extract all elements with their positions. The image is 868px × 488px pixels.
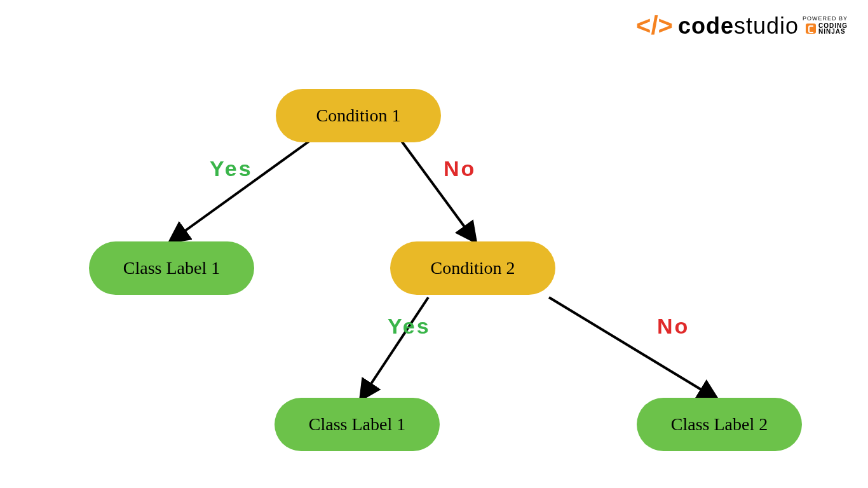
condition-1-node: Condition 1 xyxy=(276,89,441,142)
svg-line-2 xyxy=(361,297,428,399)
edge-label-yes-1: Yes xyxy=(210,156,253,181)
class-label-1-node-left: Class Label 1 xyxy=(89,241,254,295)
svg-line-3 xyxy=(549,297,717,399)
svg-line-0 xyxy=(170,136,316,241)
brand-name: codestudio xyxy=(678,13,799,39)
edge-label-yes-2: Yes xyxy=(388,314,431,339)
class-label-1-node-mid: Class Label 1 xyxy=(275,398,440,451)
class-label-2-node: Class Label 2 xyxy=(637,398,802,451)
powered-by: POWERED BY xyxy=(803,15,848,22)
edge-label-no-2: No xyxy=(657,314,689,339)
condition-2-node: Condition 2 xyxy=(390,241,555,295)
svg-line-1 xyxy=(398,136,475,241)
brackets-icon: </> xyxy=(636,11,673,40)
coding-ninjas-badge: CODINGNINJAS xyxy=(806,23,848,34)
edge-label-no-1: No xyxy=(444,156,476,181)
ninjas-icon xyxy=(806,24,816,34)
brand-logo: </> codestudio POWERED BY CODINGNINJAS xyxy=(636,11,848,40)
